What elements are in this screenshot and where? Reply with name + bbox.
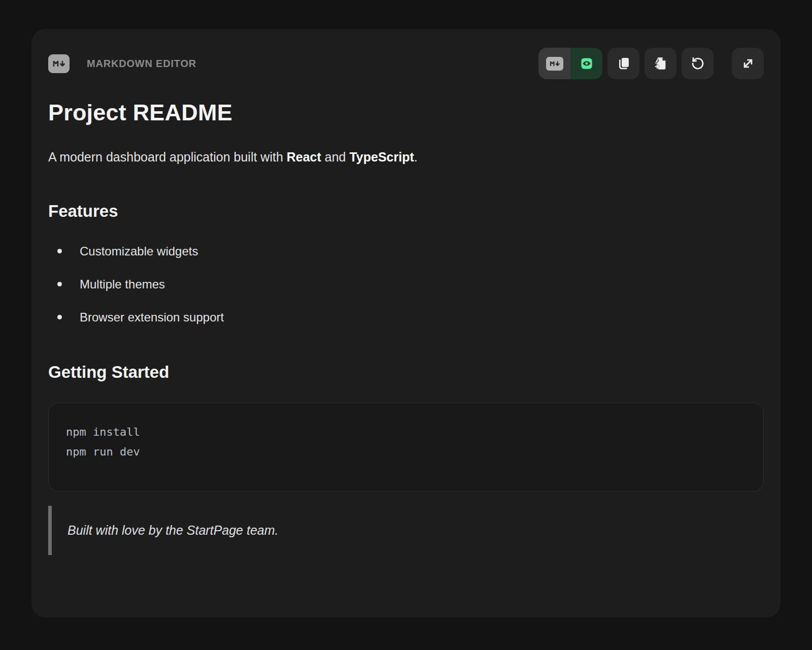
refresh-icon	[691, 56, 705, 71]
list-item: Customizable widgets	[48, 243, 764, 259]
markdown-icon	[546, 57, 563, 71]
markdown-mode-button[interactable]	[538, 48, 570, 79]
intro-bold-typescript: TypeScript	[349, 150, 414, 164]
code-content: npm install npm run dev	[66, 422, 746, 462]
features-heading: Features	[48, 202, 764, 221]
expand-button[interactable]	[732, 48, 764, 79]
features-list: Customizable widgets Multiple themes Bro…	[48, 243, 764, 326]
intro-bold-react: React	[287, 150, 321, 164]
doc-title: Project README	[48, 100, 764, 126]
editor-toolbar	[538, 48, 764, 79]
refresh-button[interactable]	[682, 48, 714, 79]
getting-started-heading: Getting Started	[48, 363, 764, 382]
eye-preview-icon	[579, 56, 594, 71]
intro-text: .	[414, 150, 418, 164]
code-block: npm install npm run dev	[48, 403, 764, 492]
editor-brand: MARKDOWN EDITOR	[48, 54, 196, 73]
list-item: Multiple themes	[48, 276, 764, 292]
editor-title: MARKDOWN EDITOR	[87, 58, 196, 70]
preview-mode-button[interactable]	[570, 48, 602, 79]
quote-text: Built with love by the StartPage team.	[67, 523, 279, 537]
expand-icon	[740, 56, 756, 71]
markdown-editor-card: MARKDOWN EDITOR	[31, 29, 781, 618]
doc-intro: A modern dashboard application built wit…	[48, 150, 764, 165]
mode-toggle	[538, 48, 602, 79]
blockquote: Built with love by the StartPage team.	[48, 506, 764, 555]
copy-icon	[617, 56, 631, 71]
markdown-preview: Project README A modern dashboard applic…	[48, 100, 764, 555]
intro-text: and	[321, 150, 350, 164]
editor-header: MARKDOWN EDITOR	[48, 48, 764, 79]
intro-text: A modern dashboard application built wit…	[48, 150, 287, 164]
markdown-logo-icon	[48, 54, 70, 73]
copy-button[interactable]	[607, 48, 639, 79]
list-item: Browser extension support	[48, 309, 764, 326]
export-button[interactable]	[645, 48, 676, 79]
export-file-icon	[654, 56, 668, 71]
